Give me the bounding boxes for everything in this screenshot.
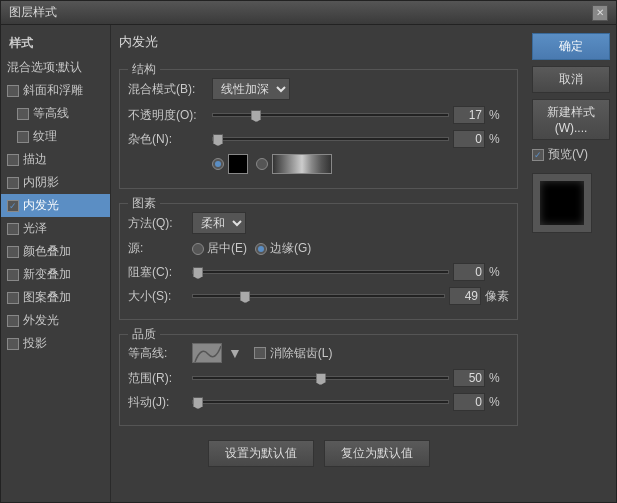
size-input[interactable] xyxy=(449,287,481,305)
sidebar-item-inner-shadow[interactable]: 内阴影 xyxy=(1,171,110,194)
range-input[interactable] xyxy=(453,369,485,387)
noise-slider[interactable] xyxy=(212,137,449,141)
source-edge-label: 边缘(G) xyxy=(270,240,311,257)
jitter-label: 抖动(J): xyxy=(128,394,188,411)
method-label: 方法(Q): xyxy=(128,215,188,232)
sidebar-title: 样式 xyxy=(1,31,110,56)
black-color-swatch[interactable] xyxy=(228,154,248,174)
method-select[interactable]: 柔和 xyxy=(192,212,246,234)
drop-shadow-label: 投影 xyxy=(23,335,47,352)
color-radio[interactable] xyxy=(212,158,224,170)
color-overlay-checkbox[interactable] xyxy=(7,246,19,258)
sidebar-item-gradient-overlay[interactable]: 新变叠加 xyxy=(1,263,110,286)
close-button[interactable]: ✕ xyxy=(592,5,608,21)
sidebar-item-color-overlay[interactable]: 颜色叠加 xyxy=(1,240,110,263)
color-row xyxy=(128,154,509,174)
sidebar-item-contour[interactable]: 等高线 xyxy=(1,102,110,125)
anti-alias-item[interactable]: 消除锯齿(L) xyxy=(254,345,333,362)
new-style-button[interactable]: 新建样式(W).... xyxy=(532,99,610,140)
title-bar: 图层样式 ✕ xyxy=(1,1,616,25)
choke-label: 阻塞(C): xyxy=(128,264,188,281)
sidebar-item-bevel[interactable]: 斜面和浮雕 xyxy=(1,79,110,102)
stroke-checkbox[interactable] xyxy=(7,154,19,166)
source-edge-radio[interactable] xyxy=(255,243,267,255)
sidebar-item-blend[interactable]: 混合选项:默认 xyxy=(1,56,110,79)
bottom-buttons: 设置为默认值 复位为默认值 xyxy=(119,432,518,471)
sidebar: 样式 混合选项:默认 斜面和浮雕 等高线 纹理 描边 xyxy=(1,25,111,502)
contour-dropdown-icon[interactable]: ▼ xyxy=(228,345,242,361)
bevel-checkbox[interactable] xyxy=(7,85,19,97)
range-slider[interactable] xyxy=(192,376,449,380)
sidebar-item-pattern-overlay[interactable]: 图案叠加 xyxy=(1,286,110,309)
reset-default-button[interactable]: 复位为默认值 xyxy=(324,440,430,467)
source-label: 源: xyxy=(128,240,188,257)
main-panel: 内发光 结构 混合模式(B): 线性加深 不透明度(O): xyxy=(111,25,526,502)
opacity-slider[interactable] xyxy=(212,113,449,117)
opacity-row: 不透明度(O): % xyxy=(128,106,509,124)
jitter-input[interactable] xyxy=(453,393,485,411)
source-radio-group: 居中(E) 边缘(G) xyxy=(192,240,311,257)
size-slider[interactable] xyxy=(192,294,445,298)
gradient-overlay-label: 新变叠加 xyxy=(23,266,71,283)
ok-button[interactable]: 确定 xyxy=(532,33,610,60)
gradient-swatch[interactable] xyxy=(272,154,332,174)
range-row: 范围(R): % xyxy=(128,369,509,387)
contour-swatch[interactable] xyxy=(192,343,222,363)
inner-glow-label: 内发光 xyxy=(23,197,59,214)
quality-title: 品质 xyxy=(128,326,160,343)
sidebar-item-texture[interactable]: 纹理 xyxy=(1,125,110,148)
texture-checkbox[interactable] xyxy=(17,131,29,143)
choke-slider[interactable] xyxy=(192,270,449,274)
section-title: 内发光 xyxy=(119,33,518,51)
preview-box xyxy=(532,173,592,233)
source-center-radio[interactable] xyxy=(192,243,204,255)
source-edge-item[interactable]: 边缘(G) xyxy=(255,240,311,257)
satin-checkbox[interactable] xyxy=(7,223,19,235)
texture-label: 纹理 xyxy=(33,128,57,145)
source-center-item[interactable]: 居中(E) xyxy=(192,240,247,257)
jitter-unit: % xyxy=(489,395,509,409)
set-default-button[interactable]: 设置为默认值 xyxy=(208,440,314,467)
noise-input[interactable] xyxy=(453,130,485,148)
drop-shadow-checkbox[interactable] xyxy=(7,338,19,350)
noise-slider-container xyxy=(212,137,449,141)
source-center-label: 居中(E) xyxy=(207,240,247,257)
layer-style-window: 图层样式 ✕ 样式 混合选项:默认 斜面和浮雕 等高线 纹理 xyxy=(0,0,617,503)
outer-glow-checkbox[interactable] xyxy=(7,315,19,327)
choke-slider-container xyxy=(192,270,449,274)
jitter-slider[interactable] xyxy=(192,400,449,404)
cancel-button[interactable]: 取消 xyxy=(532,66,610,93)
inner-shadow-checkbox[interactable] xyxy=(7,177,19,189)
preview-label: 预览(V) xyxy=(548,146,588,163)
window-title: 图层样式 xyxy=(9,4,57,21)
choke-input[interactable] xyxy=(453,263,485,281)
anti-alias-label: 消除锯齿(L) xyxy=(270,345,333,362)
quality-group: 品质 等高线: ▼ 消除锯齿(L) xyxy=(119,334,518,426)
bevel-label: 斜面和浮雕 xyxy=(23,82,83,99)
blend-mode-select[interactable]: 线性加深 xyxy=(212,78,290,100)
sidebar-item-satin[interactable]: 光泽 xyxy=(1,217,110,240)
satin-label: 光泽 xyxy=(23,220,47,237)
noise-unit: % xyxy=(489,132,509,146)
noise-label: 杂色(N): xyxy=(128,131,208,148)
structure-group: 结构 混合模式(B): 线性加深 不透明度(O): % xyxy=(119,69,518,189)
gradient-overlay-checkbox[interactable] xyxy=(7,269,19,281)
color-overlay-label: 颜色叠加 xyxy=(23,243,71,260)
gradient-radio[interactable] xyxy=(256,158,268,170)
elements-group: 图素 方法(Q): 柔和 源: 居中(E) xyxy=(119,203,518,320)
method-row: 方法(Q): 柔和 xyxy=(128,212,509,234)
sidebar-item-stroke[interactable]: 描边 xyxy=(1,148,110,171)
opacity-input[interactable] xyxy=(453,106,485,124)
contour-checkbox[interactable] xyxy=(17,108,29,120)
stroke-label: 描边 xyxy=(23,151,47,168)
blend-mode-row: 混合模式(B): 线性加深 xyxy=(128,78,509,100)
size-label: 大小(S): xyxy=(128,288,188,305)
sidebar-item-drop-shadow[interactable]: 投影 xyxy=(1,332,110,355)
inner-glow-checkbox[interactable] xyxy=(7,200,19,212)
preview-checkbox[interactable]: ✓ xyxy=(532,149,544,161)
pattern-overlay-checkbox[interactable] xyxy=(7,292,19,304)
sidebar-item-outer-glow[interactable]: 外发光 xyxy=(1,309,110,332)
sidebar-item-inner-glow[interactable]: 内发光 xyxy=(1,194,110,217)
size-unit: 像素 xyxy=(485,288,509,305)
anti-alias-checkbox[interactable] xyxy=(254,347,266,359)
